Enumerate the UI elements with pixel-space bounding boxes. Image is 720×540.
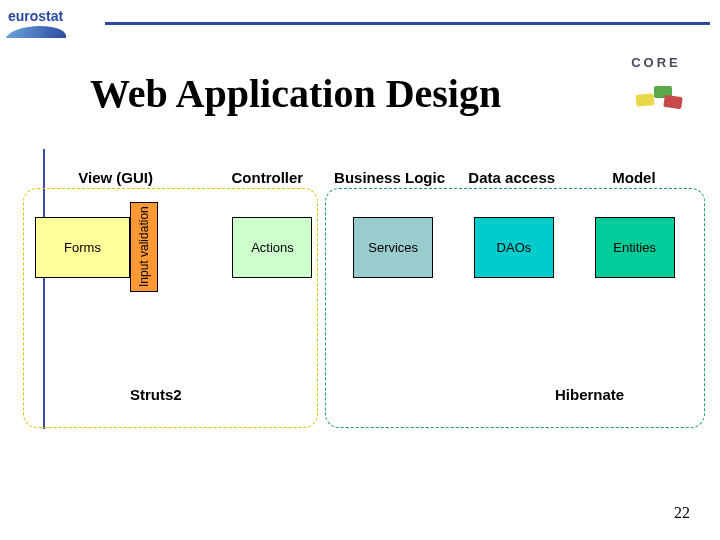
header-rule [105,22,710,25]
lego-blocks-icon [606,74,706,114]
layer-headers: View (GUI) Controller Business Logic Dat… [25,165,695,190]
header-model: Model [573,165,695,190]
eurostat-logo: eurostat [8,8,98,38]
cell-view: Forms Input validation [25,200,212,294]
core-badge: CORE [606,55,706,125]
header-business: Business Logic [328,165,450,190]
core-text: CORE [606,55,706,70]
region-label-hibernate: Hibernate [555,386,624,403]
box-daos: DAOs [474,217,554,278]
page-title: Web Application Design [90,70,501,117]
region-label-struts2: Struts2 [130,386,182,403]
box-actions: Actions [232,217,312,278]
cell-business: Services [333,200,454,294]
box-entities: Entities [595,217,675,278]
logo-swoosh-icon [6,26,70,38]
header-view: View (GUI) [25,165,206,190]
box-services: Services [353,217,433,278]
box-input-validation: Input validation [130,202,158,292]
header-controller: Controller [206,165,328,190]
architecture-diagram: View (GUI) Controller Business Logic Dat… [25,165,695,455]
component-row: Forms Input validation Actions Services … [25,200,695,294]
header-data: Data access [451,165,573,190]
page-number: 22 [674,504,690,522]
cell-controller: Actions [212,200,333,294]
cell-data: DAOs [454,200,575,294]
logo-text: eurostat [8,8,63,24]
box-forms: Forms [35,217,130,278]
cell-model: Entities [574,200,695,294]
